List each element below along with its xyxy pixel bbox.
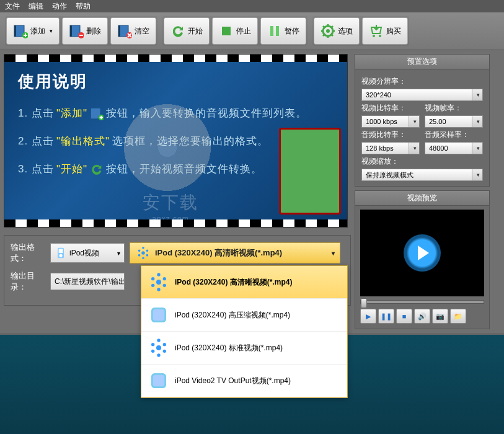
add-button[interactable]: 添加▾ bbox=[6, 17, 60, 45]
zoom-select[interactable]: 保持原视频模式 bbox=[361, 169, 483, 181]
menu-bar: 文件 编辑 动作 帮助 bbox=[0, 0, 504, 12]
samplerate-label: 音频采样率： bbox=[425, 130, 483, 140]
menu-help[interactable]: 帮助 bbox=[76, 1, 91, 12]
ipod-icon bbox=[149, 305, 169, 325]
pause-button-small[interactable]: ❚❚ bbox=[378, 309, 394, 324]
stop-icon bbox=[219, 24, 234, 38]
device-select[interactable]: iPod视频 bbox=[50, 243, 125, 263]
seek-slider[interactable] bbox=[360, 300, 484, 304]
dropdown-caret-icon: ▾ bbox=[50, 28, 53, 34]
svg-point-40 bbox=[151, 350, 154, 353]
vbitrate-label: 视频比特率： bbox=[361, 103, 420, 113]
ipod-icon bbox=[149, 371, 169, 391]
pause-button[interactable]: 暂停 bbox=[260, 17, 306, 45]
clear-label: 清空 bbox=[135, 26, 149, 37]
svg-rect-4 bbox=[70, 25, 72, 37]
abitrate-label: 音频比特率： bbox=[361, 130, 420, 140]
refresh-icon bbox=[170, 24, 185, 38]
svg-point-31 bbox=[151, 284, 154, 287]
svg-point-33 bbox=[157, 273, 160, 276]
pause-icon bbox=[267, 24, 282, 38]
resolution-select[interactable]: 320*240 bbox=[361, 89, 483, 101]
output-format-label: 输出格式： bbox=[11, 242, 45, 264]
volume-button[interactable]: 🔊 bbox=[414, 309, 430, 324]
buy-label: 购买 bbox=[386, 26, 401, 37]
refresh-icon bbox=[90, 162, 104, 176]
format-option[interactable]: iPod (320X240) 高清晰视频(*.mp4) bbox=[141, 266, 347, 299]
preset-title: 预置选项 bbox=[355, 55, 489, 69]
start-button[interactable]: 开始 bbox=[164, 17, 210, 45]
preview-title: 视频预览 bbox=[355, 191, 489, 206]
zoom-label: 视频缩放： bbox=[361, 156, 483, 167]
samplerate-select[interactable]: 48000 bbox=[425, 142, 483, 154]
format-dropdown[interactable]: iPod (320X240) 高清晰视频(*.mp4) iPod (320X24… bbox=[141, 265, 348, 398]
output-dir-label: 输出目录： bbox=[11, 270, 45, 293]
format-option[interactable]: iPod (320X240) 高压缩视频(*.mp4) bbox=[141, 299, 347, 332]
svg-rect-7 bbox=[118, 25, 120, 37]
delete-button[interactable]: 删除 bbox=[62, 17, 108, 45]
instructions-title: 使用说明 bbox=[18, 71, 334, 92]
options-button[interactable]: 选项 bbox=[314, 17, 360, 45]
snapshot-button[interactable]: 📷 bbox=[432, 309, 448, 324]
open-folder-button[interactable]: 📁 bbox=[450, 309, 466, 324]
film-clear-icon bbox=[117, 24, 132, 38]
menu-action[interactable]: 动作 bbox=[52, 1, 67, 12]
output-dir-input[interactable]: C:\新星视频软件\输出 bbox=[50, 273, 125, 290]
add-label: 添加 bbox=[30, 26, 45, 37]
stop-button[interactable]: 停止 bbox=[212, 17, 258, 45]
svg-point-37 bbox=[156, 345, 161, 350]
svg-rect-36 bbox=[153, 309, 165, 321]
instructions-panel: 使用说明 1. 点击 "添加" 按钮，输入要转换的音视频文件到列表。 2. 点击… bbox=[4, 54, 348, 228]
fps-label: 视频帧率： bbox=[425, 103, 483, 113]
watermark: 安下载 anxz.com bbox=[143, 191, 198, 223]
svg-point-41 bbox=[163, 350, 166, 353]
film-delete-icon bbox=[69, 24, 84, 38]
vbitrate-select[interactable]: 1000 kbps bbox=[361, 115, 420, 128]
pause-label: 暂停 bbox=[285, 26, 299, 37]
svg-point-29 bbox=[151, 277, 154, 280]
svg-rect-1 bbox=[14, 25, 16, 37]
menu-edit[interactable]: 编辑 bbox=[29, 1, 43, 12]
menu-file[interactable]: 文件 bbox=[5, 1, 20, 12]
svg-point-30 bbox=[163, 277, 166, 280]
stop-button-small[interactable]: ■ bbox=[396, 309, 412, 324]
svg-point-21 bbox=[141, 251, 145, 255]
film-add-icon bbox=[13, 24, 28, 38]
buy-button[interactable]: 购买 bbox=[362, 17, 408, 45]
format-option[interactable]: iPod (320X240) 标准视频(*.mp4) bbox=[141, 332, 347, 365]
cart-icon bbox=[369, 24, 384, 38]
film-add-icon bbox=[90, 107, 104, 120]
ipod-icon bbox=[55, 247, 67, 259]
svg-point-15 bbox=[379, 35, 381, 37]
fps-select[interactable]: 25.00 bbox=[425, 115, 483, 128]
svg-rect-45 bbox=[153, 375, 165, 387]
svg-point-20 bbox=[60, 254, 63, 257]
start-label: 开始 bbox=[188, 26, 203, 37]
svg-point-14 bbox=[373, 35, 375, 37]
format-icon bbox=[149, 338, 169, 358]
preset-panel: 预置选项 视频分辨率： 320*240 视频比特率： 1000 kbps 视频帧… bbox=[355, 54, 490, 187]
play-button[interactable]: ▶ bbox=[360, 309, 376, 324]
svg-point-13 bbox=[326, 29, 330, 33]
svg-point-27 bbox=[142, 257, 144, 259]
format-combo[interactable]: iPod (320X240) 高清晰视频(*.mp4) bbox=[130, 242, 340, 264]
clear-button[interactable]: 清空 bbox=[110, 17, 156, 45]
gear-icon bbox=[321, 24, 335, 38]
svg-point-25 bbox=[146, 254, 149, 257]
abitrate-select[interactable]: 128 kbps bbox=[361, 142, 420, 154]
preview-panel: 视频预览 ▶ ❚❚ ■ 🔊 📷 📁 bbox=[355, 190, 490, 329]
format-option[interactable]: iPod Video2 TV OutPut视频(*.mp4) bbox=[141, 365, 347, 397]
svg-point-43 bbox=[157, 353, 160, 356]
stop-label: 停止 bbox=[236, 26, 251, 37]
svg-point-42 bbox=[157, 339, 160, 342]
preview-viewport bbox=[360, 210, 484, 296]
format-icon bbox=[136, 246, 150, 260]
svg-point-34 bbox=[157, 288, 160, 291]
svg-point-22 bbox=[138, 250, 141, 252]
svg-rect-11 bbox=[276, 26, 279, 36]
options-label: 选项 bbox=[338, 26, 353, 37]
toolbar: 添加▾ 删除 清空 开始 停止 暂停 bbox=[0, 12, 504, 50]
resolution-label: 视频分辨率： bbox=[361, 76, 483, 87]
svg-point-23 bbox=[146, 250, 149, 252]
svg-point-39 bbox=[163, 343, 166, 346]
